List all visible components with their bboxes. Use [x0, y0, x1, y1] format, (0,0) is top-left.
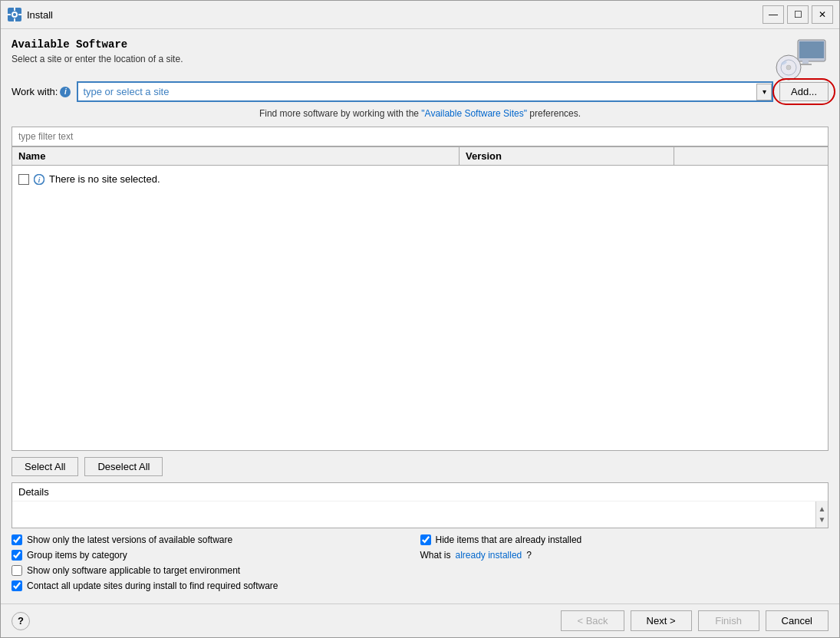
option-show-latest: Show only the latest versions of availab…	[12, 534, 420, 545]
work-with-row: Work with: i ▾ Add...	[12, 81, 828, 102]
find-more-text-after: preferences.	[527, 108, 581, 119]
minimize-button[interactable]: —	[763, 5, 784, 24]
no-site-message: There is no site selected.	[49, 173, 160, 185]
install-icon	[7, 7, 22, 22]
bottom-right: < Back Next > Finish Cancel	[561, 610, 828, 631]
svg-rect-6	[18, 14, 21, 15]
svg-rect-5	[8, 14, 11, 15]
col-extra-header	[674, 147, 828, 165]
cancel-button[interactable]: Cancel	[766, 610, 828, 631]
maximize-button[interactable]: ☐	[787, 5, 809, 24]
contact-update-sites-label: Contact all update sites during install …	[27, 580, 278, 591]
title-bar-left: Install	[7, 7, 53, 22]
group-by-category-checkbox[interactable]	[12, 550, 22, 561]
back-button[interactable]: < Back	[561, 610, 624, 631]
options-right: Hide items that are already installed Wh…	[420, 534, 829, 591]
option-group-by-category: Group items by category	[12, 550, 420, 561]
site-input-wrapper: ▾	[77, 81, 773, 102]
already-installed-suffix: ?	[526, 550, 532, 561]
option-hide-installed: Hide items that are already installed	[420, 534, 829, 545]
dropdown-arrow[interactable]: ▾	[756, 84, 772, 100]
svg-rect-10	[799, 64, 812, 65]
no-site-row: i There is no site selected.	[18, 170, 822, 188]
work-with-label: Work with: i	[12, 86, 71, 97]
svg-point-2	[13, 13, 16, 16]
show-applicable-label: Show only software applicable to target …	[27, 565, 240, 576]
table-header: Name Version	[12, 147, 828, 166]
help-button[interactable]: ?	[12, 612, 30, 630]
window-title: Install	[27, 9, 53, 21]
table-body: i There is no site selected.	[12, 166, 828, 450]
install-window: Install — ☐ ✕ Available Software Select …	[0, 0, 840, 638]
title-bar-controls: — ☐ ✕	[763, 5, 833, 24]
option-show-applicable: Show only software applicable to target …	[12, 565, 420, 576]
title-bar: Install — ☐ ✕	[1, 1, 839, 29]
details-section: Details ▲ ▼	[12, 482, 828, 528]
filter-input[interactable]	[12, 127, 828, 146]
select-all-button[interactable]: Select All	[12, 457, 78, 476]
add-button[interactable]: Add...	[779, 82, 828, 101]
scroll-down-arrow[interactable]: ▼	[817, 515, 828, 525]
details-scrollbar[interactable]: ▲ ▼	[815, 502, 828, 528]
bottom-left: ?	[12, 612, 30, 630]
header-area: Available Software Select a site or ente…	[12, 38, 828, 81]
section-subtitle: Select a site or enter the location of a…	[12, 54, 183, 64]
info-icon[interactable]: i	[60, 87, 71, 97]
group-by-category-label: Group items by category	[27, 550, 127, 561]
already-installed-prefix: What is	[420, 550, 451, 561]
contact-update-sites-checkbox[interactable]	[12, 580, 22, 591]
col-name-header: Name	[12, 147, 460, 165]
info-circle-icon: i	[34, 174, 44, 185]
bottom-bar: ? < Back Next > Finish Cancel	[1, 603, 839, 637]
next-button[interactable]: Next >	[631, 610, 692, 631]
options-area: Show only the latest versions of availab…	[12, 534, 828, 591]
hide-installed-checkbox[interactable]	[420, 534, 431, 545]
section-title: Available Software	[12, 38, 183, 51]
show-applicable-checkbox[interactable]	[12, 565, 22, 576]
site-input[interactable]	[77, 81, 773, 102]
scroll-up-arrow[interactable]: ▲	[817, 504, 828, 515]
selection-buttons: Select All Deselect All	[12, 451, 828, 482]
details-body: ▲ ▼	[12, 502, 828, 528]
close-button[interactable]: ✕	[812, 5, 833, 24]
col-version-header: Version	[460, 147, 674, 165]
svg-point-13	[786, 65, 791, 70]
already-installed-link[interactable]: already installed	[456, 550, 522, 561]
show-latest-checkbox[interactable]	[12, 534, 22, 545]
svg-rect-4	[14, 18, 15, 21]
main-content: Available Software Select a site or ente…	[1, 29, 839, 603]
find-more-row: Find more software by working with the "…	[12, 108, 828, 119]
show-latest-label: Show only the latest versions of availab…	[27, 534, 232, 545]
finish-button[interactable]: Finish	[698, 610, 759, 631]
option-already-installed: What is already installed ?	[420, 550, 829, 561]
filter-row	[12, 127, 828, 146]
hide-installed-label: Hide items that are already installed	[436, 534, 582, 545]
row-checkbox[interactable]	[18, 174, 29, 185]
find-more-text-before: Find more software by working with the	[259, 108, 421, 119]
svg-rect-8	[799, 41, 824, 58]
work-with-text: Work with:	[12, 86, 58, 97]
available-software-sites-link[interactable]: "Available Software Sites"	[421, 108, 527, 119]
option-contact-update-sites: Contact all update sites during install …	[12, 580, 420, 591]
svg-rect-9	[802, 60, 809, 64]
svg-text:i: i	[38, 176, 41, 184]
deselect-all-button[interactable]: Deselect All	[84, 457, 163, 476]
software-table: Name Version i There is no site selected…	[12, 146, 828, 451]
details-header: Details	[12, 483, 828, 502]
options-left: Show only the latest versions of availab…	[12, 534, 420, 591]
svg-rect-3	[14, 8, 15, 11]
cd-icon	[775, 38, 828, 81]
